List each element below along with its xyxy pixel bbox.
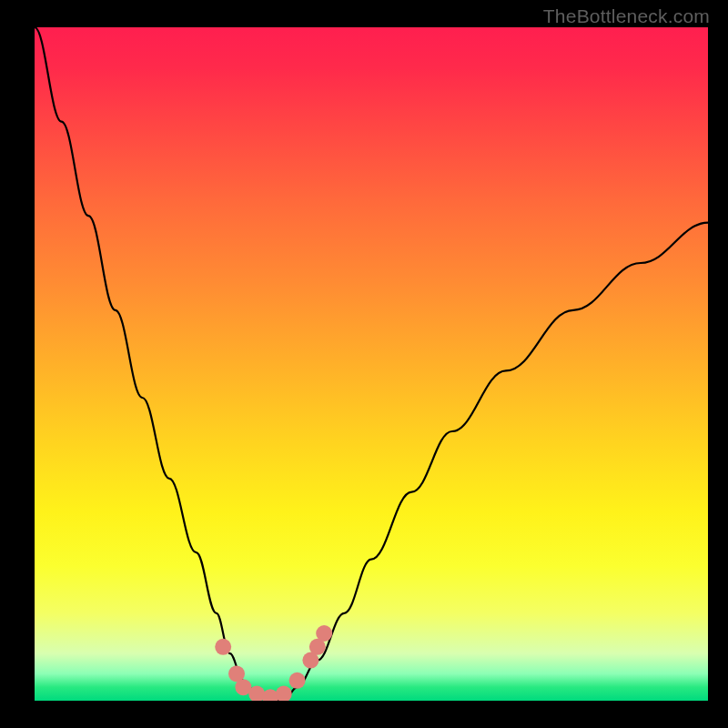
background-gradient — [35, 27, 708, 701]
watermark-text: TheBottleneck.com — [543, 5, 710, 27]
plot-area — [35, 27, 708, 701]
chart-frame: TheBottleneck.com — [0, 0, 728, 728]
